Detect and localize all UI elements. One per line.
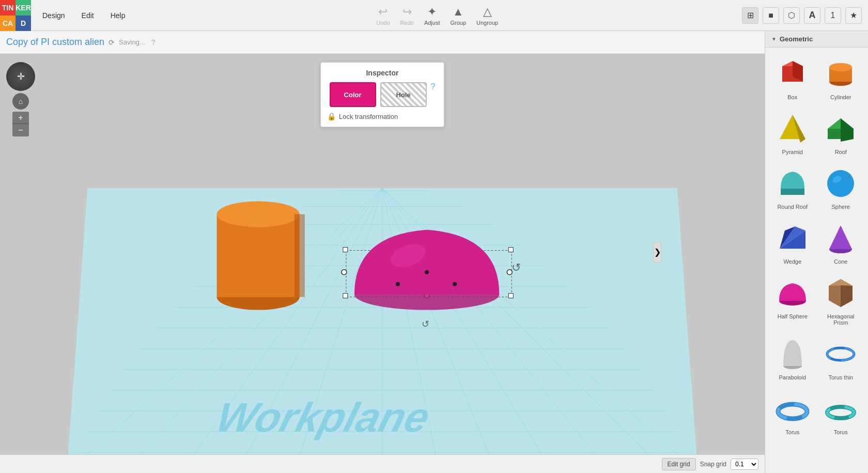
snap-grid-label: Snap grid [700,461,726,468]
pan-control[interactable]: ✛ [6,62,35,91]
shape-torus1[interactable]: Torus [769,387,816,439]
shape-cylinder[interactable]: Cylinder [818,52,864,104]
ungroup-button[interactable]: △ Ungroup [476,5,498,26]
svg-point-53 [425,270,429,274]
logo-ca: CA [0,16,16,31]
svg-point-32 [217,201,300,227]
wireframe-view-btn[interactable]: ⬡ [783,7,800,24]
redo-label: Redo [400,20,414,26]
shape-paraboloid-label: Paraboloid [779,374,806,380]
edit-grid-button[interactable]: Edit grid [662,458,696,470]
shape-cone-label: Cone [834,258,847,265]
adjust-button[interactable]: ✦ Adjust [424,5,440,26]
shape-half-sphere[interactable]: Half Sphere [769,271,816,330]
zoom-out-btn[interactable]: − [12,124,29,136]
design-menu[interactable]: Design [35,8,72,23]
adjust-label: Adjust [424,20,440,26]
shape-box-label: Box [787,94,797,100]
redo-button[interactable]: ↪ Redo [400,5,414,26]
shape-torus2-label: Torus [834,429,848,435]
home-view-btn[interactable]: ⌂ [12,93,29,110]
bottom-bar: Edit grid Snap grid 0.1 0.25 0.5 1 [0,454,765,473]
toolbar-center: ↩ Undo ↪ Redo ✦ Adjust ▲ Group △ Ungroup [376,5,498,26]
undo-label: Undo [376,20,390,26]
group-icon: ▲ [453,5,464,19]
main-area: Copy of PI custom alien ⟳ Saving... ? ✛ … [0,31,868,473]
shape-pyramid[interactable]: Pyramid [769,106,816,159]
shape-hexagonal-prism-label: Hexagonal Prism [820,313,862,326]
group-label: Group [450,20,466,26]
svg-point-54 [453,282,457,286]
undo-button[interactable]: ↩ Undo [376,5,390,26]
zoom-in-btn[interactable]: + [12,112,29,124]
shapes-grid: Box Cylinder Pyramid [765,48,868,444]
svg-rect-39 [508,294,513,298]
title-bar: Copy of PI custom alien ⟳ Saving... ? [0,31,765,54]
group-button[interactable]: ▲ Group [450,5,466,26]
grid-view-btn[interactable]: ⊞ [742,7,758,24]
number-view-btn[interactable]: 1 [825,7,841,24]
inspector-panel: Inspector Color Hole ? 🔒 Lock transforma… [320,62,444,127]
lock-icon: 🔒 [327,112,336,120]
solid-view-btn[interactable]: ■ [763,7,779,24]
lock-transformation[interactable]: 🔒 Lock transformation [327,112,438,120]
shape-round-roof-label: Round Roof [777,204,808,210]
svg-point-68 [827,170,854,197]
topbar: TIN KER CA D Design Edit Help ↩ Undo ↪ R… [0,0,868,31]
star-view-btn[interactable]: ★ [845,7,862,24]
logo-tin: TIN [0,0,16,16]
panel-toggle[interactable]: ❯ [653,242,661,263]
svg-text:Workplane: Workplane [212,394,435,440]
shape-half-sphere-label: Half Sphere [778,313,808,319]
inspector-title: Inspector [327,69,438,77]
tinkercad-logo[interactable]: TIN KER CA D [0,0,31,31]
svg-point-55 [396,282,400,286]
svg-rect-41 [508,247,513,252]
hole-button[interactable]: Hole [380,82,427,107]
right-panel: ▼ Geometric Box Cylinder [765,31,868,473]
shape-torus-thin[interactable]: Torus thin [818,332,864,385]
shape-sphere[interactable]: Sphere [818,161,864,214]
svg-marker-74 [829,225,852,249]
nav-controls: ✛ ⌂ + − [6,62,35,136]
inspector-help-icon[interactable]: ? [431,82,436,107]
ungroup-label: Ungroup [476,20,498,26]
shape-paraboloid[interactable]: Paraboloid [769,332,816,385]
canvas-area[interactable]: Copy of PI custom alien ⟳ Saving... ? ✛ … [0,31,765,473]
adjust-icon: ✦ [427,5,437,19]
shape-pyramid-label: Pyramid [782,149,803,155]
logo-d: D [16,16,31,31]
shape-box[interactable]: Box [769,52,816,104]
svg-rect-67 [781,189,804,195]
inspector-buttons: Color Hole ? [327,82,438,107]
help-icon[interactable]: ? [151,38,156,47]
collapse-icon[interactable]: ▼ [771,36,777,42]
toolbar-right: ⊞ ■ ⬡ A 1 ★ [742,7,862,24]
svg-point-44 [342,270,347,275]
svg-rect-33 [295,214,305,297]
project-title[interactable]: Copy of PI custom alien [6,37,104,48]
shape-torus2[interactable]: Torus [818,387,864,439]
svg-marker-78 [829,279,853,286]
ungroup-icon: △ [483,5,492,19]
shape-cone[interactable]: Cone [818,216,864,269]
edit-menu[interactable]: Edit [74,8,101,23]
color-button[interactable]: Color [330,82,376,107]
svg-marker-66 [841,118,854,142]
help-menu[interactable]: Help [103,8,133,23]
text-view-btn[interactable]: A [804,7,820,24]
refresh-icon[interactable]: ⟳ [109,38,115,47]
shape-hexagonal-prism[interactable]: Hexagonal Prism [818,271,864,330]
pan-arrows: ✛ [17,72,25,81]
shape-wedge[interactable]: Wedge [769,216,816,269]
snap-grid-select[interactable]: 0.1 0.25 0.5 1 [731,459,758,470]
shape-cylinder-label: Cylinder [830,94,851,100]
svg-rect-38 [343,294,348,298]
zoom-control: + − [12,112,29,136]
shape-wedge-label: Wedge [783,258,801,265]
shapes-header: ▼ Geometric [765,31,868,48]
logo-ker: KER [16,0,31,16]
nav-menus: Design Edit Help [35,8,133,23]
shape-round-roof[interactable]: Round Roof [769,161,816,214]
shape-roof[interactable]: Roof [818,106,864,159]
